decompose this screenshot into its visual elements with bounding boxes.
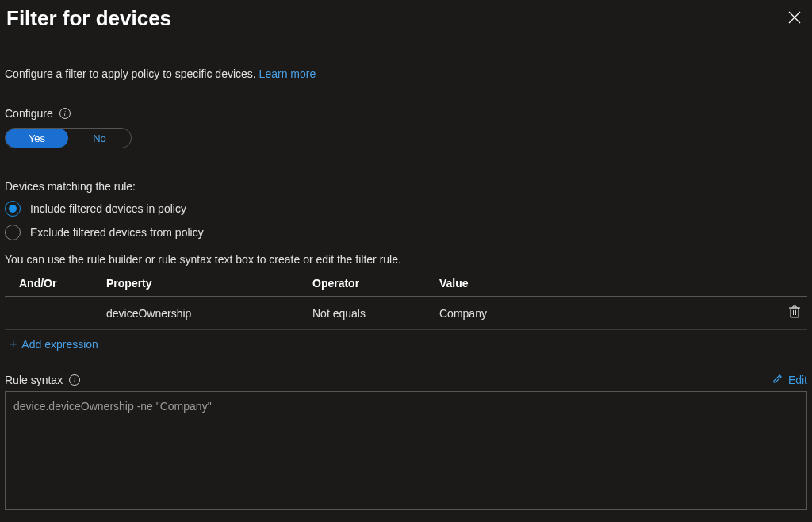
info-icon[interactable]: i <box>69 374 80 386</box>
edit-syntax-button[interactable]: Edit <box>772 373 807 386</box>
panel-header: Filter for devices <box>5 0 807 52</box>
rule-syntax-label-row: Rule syntax i <box>5 374 80 386</box>
cell-delete <box>760 297 807 330</box>
matching-radio-list: Include filtered devices in policy Exclu… <box>5 201 807 240</box>
learn-more-link[interactable]: Learn more <box>259 67 316 80</box>
exclude-radio-label: Exclude filtered devices from policy <box>30 226 204 239</box>
description-text: Configure a filter to apply policy to sp… <box>5 67 259 80</box>
configure-no-option[interactable]: No <box>68 129 131 148</box>
cell-value[interactable]: Company <box>433 297 760 330</box>
configure-toggle: Yes No <box>5 128 132 148</box>
rule-syntax-header: Rule syntax i Edit <box>5 373 807 386</box>
rule-table: And/Or Property Operator Value deviceOwn… <box>5 271 807 330</box>
col-value-header: Value <box>433 271 760 297</box>
table-header-row: And/Or Property Operator Value <box>5 271 807 297</box>
table-row: deviceOwnership Not equals Company <box>5 297 807 330</box>
rule-hint: You can use the rule builder or rule syn… <box>5 253 807 266</box>
rule-syntax-textbox[interactable]: device.deviceOwnership -ne "Company" <box>5 391 807 510</box>
info-icon[interactable]: i <box>59 108 71 119</box>
col-property-header: Property <box>100 271 306 297</box>
matching-section: Devices matching the rule: Include filte… <box>5 180 807 240</box>
svg-line-9 <box>779 375 781 377</box>
plus-icon: + <box>10 338 17 351</box>
close-icon[interactable] <box>783 6 806 29</box>
panel-title: Filter for devices <box>6 6 171 31</box>
rule-syntax-label: Rule syntax <box>5 374 63 386</box>
svg-rect-2 <box>791 308 799 317</box>
add-expression-label: Add expression <box>21 338 98 351</box>
trash-icon[interactable] <box>788 305 801 319</box>
radio-selected-icon <box>5 201 21 217</box>
configure-label: Configure <box>5 107 53 120</box>
configure-yes-option[interactable]: Yes <box>6 129 68 148</box>
configure-section: Configure i Yes No <box>5 107 807 148</box>
add-expression-button[interactable]: + Add expression <box>5 330 807 359</box>
col-delete-header <box>760 271 807 297</box>
radio-unselected-icon <box>5 225 21 240</box>
cell-property[interactable]: deviceOwnership <box>100 297 306 330</box>
edit-label: Edit <box>788 374 807 386</box>
panel-description: Configure a filter to apply policy to sp… <box>5 52 807 80</box>
col-operator-header: Operator <box>306 271 433 297</box>
cell-andor <box>5 297 100 330</box>
cell-operator[interactable]: Not equals <box>306 297 433 330</box>
include-radio-label: Include filtered devices in policy <box>30 202 186 215</box>
include-radio[interactable]: Include filtered devices in policy <box>5 201 807 217</box>
matching-label: Devices matching the rule: <box>5 180 807 193</box>
exclude-radio[interactable]: Exclude filtered devices from policy <box>5 225 807 240</box>
filter-devices-panel: Filter for devices Configure a filter to… <box>0 0 812 510</box>
pencil-icon <box>772 373 783 386</box>
col-andor-header: And/Or <box>5 271 100 297</box>
configure-label-row: Configure i <box>5 107 807 120</box>
